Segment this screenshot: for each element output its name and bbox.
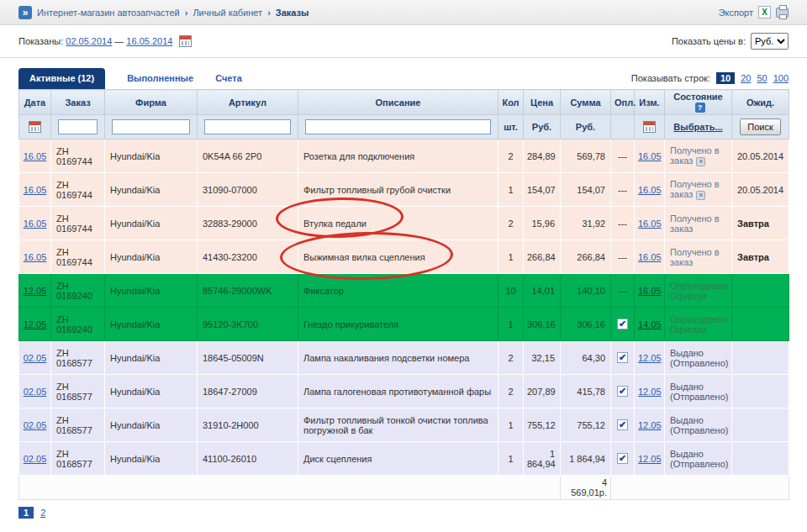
changed-date-link[interactable]: 12.05 xyxy=(638,353,662,363)
header-row: Дата Заказ Фирма Артикул Описание Кол Це… xyxy=(19,90,789,115)
description-cell: Диск сцепления xyxy=(298,442,498,476)
rows-per-page-option[interactable]: 10 xyxy=(716,72,735,84)
firm-cell: Hyundai/Kia xyxy=(105,442,198,476)
order-date-link[interactable]: 16.05 xyxy=(24,185,47,195)
date-from-link[interactable]: 02.05.2014 xyxy=(66,36,112,46)
status-cell: Выдано (Отправлено) xyxy=(665,408,732,442)
paid-checkbox[interactable]: ✔ xyxy=(617,319,628,329)
description-cell: Фиксатор xyxy=(298,274,498,308)
date-to-link[interactable]: 16.05.2014 xyxy=(126,36,172,46)
firm-cell: Hyundai/Kia xyxy=(105,375,198,408)
col-header-changed[interactable]: Изм. xyxy=(635,90,665,115)
col-header-order[interactable]: Заказ xyxy=(51,90,105,115)
changed-date-cell: 12.05 xyxy=(635,375,665,408)
order-date-link[interactable]: 16.05 xyxy=(24,151,47,161)
paid-checkbox[interactable]: ✔ xyxy=(617,386,628,397)
date-filter-calendar-icon[interactable] xyxy=(29,121,41,133)
changed-date-link[interactable]: 12.05 xyxy=(638,454,662,464)
col-header-wait[interactable]: Ожид. xyxy=(732,90,789,115)
changed-date-link[interactable]: 14.05 xyxy=(638,319,662,329)
paid-checkbox[interactable]: ✔ xyxy=(617,352,628,363)
breadcrumb-home-link[interactable]: Интернет-магазин автозапчастей xyxy=(37,8,180,18)
firm-filter-input[interactable] xyxy=(112,119,190,134)
status-remove-icon[interactable]: × xyxy=(696,157,705,166)
print-icon[interactable] xyxy=(776,8,789,18)
currency-select[interactable]: Руб. xyxy=(751,33,789,50)
changed-date-link[interactable]: 16.05 xyxy=(638,151,662,161)
order-date-link[interactable]: 02.05 xyxy=(24,454,47,464)
changed-date-link[interactable]: 12.05 xyxy=(638,387,662,397)
expected-cell xyxy=(732,375,789,408)
expected-cell: Завтра xyxy=(732,207,789,240)
order-date-link[interactable]: 02.05 xyxy=(24,420,47,430)
order-date-cell: 12.05 xyxy=(19,308,51,341)
order-number-cell: ZH 0169744 xyxy=(51,240,105,274)
rows-per-page-option[interactable]: 50 xyxy=(757,73,767,83)
changed-date-link[interactable]: 16.05 xyxy=(638,185,662,195)
page-number[interactable]: 2 xyxy=(39,507,47,519)
table-row: 16.05ZH 0169744Hyundai/Kia32883-29000Вту… xyxy=(19,207,789,240)
article-filter-input[interactable] xyxy=(204,119,291,134)
changed-date-cell: 16.05 xyxy=(635,207,665,240)
col-header-date[interactable]: Дата xyxy=(19,90,51,115)
order-date-link[interactable]: 02.05 xyxy=(24,353,47,363)
col-header-price[interactable]: Цена xyxy=(524,90,561,115)
changed-filter-calendar-icon[interactable] xyxy=(643,121,656,133)
status-text: Оприходован Офисом xyxy=(670,314,727,334)
article-cell: 85746-29000WK xyxy=(198,274,298,308)
changed-date-link[interactable]: 16.05 xyxy=(638,252,662,262)
col-header-qty[interactable]: Кол xyxy=(498,90,524,115)
changed-date-link[interactable]: 16.05 xyxy=(638,286,662,296)
order-filter-input[interactable] xyxy=(58,119,98,134)
page-number[interactable]: 1 xyxy=(18,507,34,519)
order-date-link[interactable]: 12.05 xyxy=(24,286,47,296)
status-remove-icon[interactable]: × xyxy=(696,191,705,200)
order-date-link[interactable]: 16.05 xyxy=(24,252,47,262)
status-select-link[interactable]: Выбрать... xyxy=(673,122,722,132)
order-date-link[interactable]: 02.05 xyxy=(24,387,47,397)
tab[interactable]: Счета xyxy=(215,73,242,89)
changed-date-cell: 16.05 xyxy=(635,274,665,308)
status-cell: Получено в заказ× xyxy=(665,173,732,207)
firm-cell: Hyundai/Kia xyxy=(105,140,198,173)
table-row: 02.05ZH 0168577Hyundai/Kia18647-27009Лам… xyxy=(19,375,789,408)
status-text: Получено в заказ xyxy=(670,213,720,234)
help-icon[interactable]: ? xyxy=(695,103,705,113)
col-header-firm[interactable]: Фирма xyxy=(105,90,198,115)
changed-date-link[interactable]: 12.05 xyxy=(638,420,662,430)
order-number-cell: ZH 0168577 xyxy=(51,442,105,476)
rows-per-page-option[interactable]: 20 xyxy=(741,73,751,83)
price-cell: 32,15 xyxy=(524,341,561,375)
col-header-description[interactable]: Описание xyxy=(298,90,498,115)
paid-checkbox[interactable]: ✔ xyxy=(617,419,628,430)
search-button[interactable]: Поиск xyxy=(740,119,780,135)
date-range-calendar-icon[interactable] xyxy=(179,35,192,47)
order-date-link[interactable]: 12.05 xyxy=(24,319,47,329)
description-filter-input[interactable] xyxy=(305,119,491,134)
quantity-cell: 1 xyxy=(498,408,524,442)
col-header-sum[interactable]: Сумма xyxy=(561,90,611,115)
status-cell: Получено в заказ× xyxy=(665,140,732,173)
export-link[interactable]: Экспорт xyxy=(719,8,753,18)
order-date-cell: 16.05 xyxy=(19,173,51,207)
status-cell: Получено в заказ xyxy=(665,240,732,274)
rows-per-page-option[interactable]: 100 xyxy=(773,73,789,83)
price-cell: 154,07 xyxy=(524,173,561,207)
changed-date-link[interactable]: 16.05 xyxy=(638,219,662,229)
breadcrumb-account-link[interactable]: Личный кабинет xyxy=(193,8,262,18)
paid-checkbox[interactable]: ✔ xyxy=(617,453,628,464)
order-number-cell: ZH 0169240 xyxy=(51,274,105,308)
breadcrumb-separator: › xyxy=(185,8,188,18)
site-logo-icon[interactable]: » xyxy=(18,6,32,19)
col-header-status[interactable]: Состояние? xyxy=(665,90,732,115)
tab[interactable]: Активные (12) xyxy=(18,68,105,89)
changed-date-cell: 12.05 xyxy=(635,408,665,442)
order-date-link[interactable]: 16.05 xyxy=(24,219,47,229)
breadcrumb: » Интернет-магазин автозапчастей › Личны… xyxy=(18,6,309,19)
col-header-article[interactable]: Артикул xyxy=(198,90,298,115)
excel-export-icon[interactable]: X xyxy=(758,6,771,18)
col-header-paid[interactable]: Опл. xyxy=(611,90,635,115)
price-cell: 15,96 xyxy=(524,207,561,240)
tab[interactable]: Выполненные xyxy=(127,73,193,89)
status-text: Получено в заказ xyxy=(670,145,720,166)
